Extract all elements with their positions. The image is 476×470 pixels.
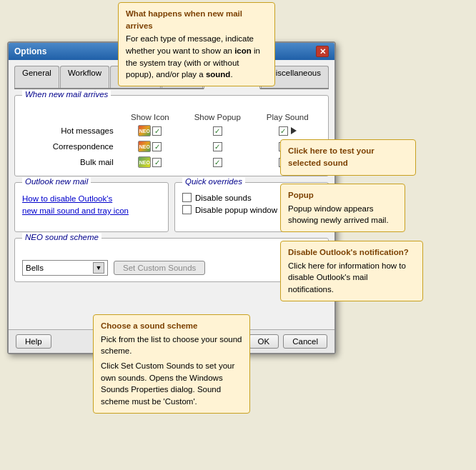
callout-scheme-text1: Pick from the list to choose your sound … (101, 334, 242, 357)
set-custom-sounds-button[interactable]: Set Custom Sounds (114, 261, 205, 275)
bulk-mail-label: Bulk mail (22, 154, 119, 170)
bulk-show-icon-cb[interactable] (152, 158, 162, 167)
callout-popup-text: Popup window appears showing newly arriv… (288, 204, 389, 225)
corr-show-popup-cb[interactable] (213, 142, 222, 151)
callout-disable: Disable Outlook's notification? Click he… (280, 241, 423, 301)
hot-icon-wrapper: NEO (138, 125, 162, 136)
callout-popup: Popup Popup window appears showing newly… (280, 184, 405, 232)
hot-show-popup-cb[interactable] (213, 126, 222, 136)
corr-icon-cell: NEO (119, 139, 181, 154)
hot-play-button[interactable] (291, 127, 297, 134)
outlook-new-mail-section: Outlook new mail How to disable Outlook'… (14, 182, 169, 232)
callout-scheme-title: Choose a sound scheme (101, 320, 242, 332)
callout-disable-text: Click here for information how to disabl… (288, 261, 406, 294)
dropdown-arrow-icon: ▼ (93, 262, 104, 274)
bulk-icon-wrapper: NEO (138, 156, 162, 168)
hot-messages-label: Hot messages (22, 123, 119, 139)
callout-top-text: For each type of message, indicate wheth… (126, 34, 260, 79)
callout-top: What happens when new mail arrives For e… (118, 2, 275, 86)
bulk-neo-icon: NEO (138, 156, 151, 168)
ok-button[interactable]: OK (249, 334, 279, 349)
callout-sound: Click here to test your selected sound (280, 139, 416, 176)
hot-show-icon-cb[interactable] (152, 126, 162, 136)
hot-popup-cell (181, 123, 254, 139)
outlook-disable-link[interactable]: How to disable Outlook'snew mail sound a… (22, 194, 129, 215)
disable-sounds-checkbox[interactable] (182, 193, 192, 202)
tab-workflow[interactable]: Workflow (60, 66, 109, 88)
footer-right-buttons: OK Cancel (249, 334, 327, 349)
dialog-close-button[interactable]: ✕ (316, 46, 329, 57)
col-show-icon: Show Icon (119, 111, 181, 123)
tab-general[interactable]: General (14, 66, 59, 88)
mail-arrives-table: Show Icon Show Popup Play Sound Hot mess… (22, 111, 321, 170)
corr-show-icon-cb[interactable] (152, 142, 162, 151)
hot-sound-wrapper (279, 126, 297, 136)
neo-sound-title: NEO sound scheme (22, 233, 101, 241)
cancel-button[interactable]: Cancel (283, 334, 327, 349)
disable-popup-label: Disable popup window (195, 206, 277, 214)
callout-sound-title: Click here to test your selected sound (288, 145, 408, 169)
sound-scheme-row: Bells ▼ Set Custom Sounds (22, 260, 321, 276)
corr-popup-cell (181, 139, 254, 154)
hot-neo-icon: NEO (138, 125, 151, 136)
bulk-icon-cell: NEO (119, 154, 181, 170)
callout-top-title: What happens when new mail arrives (126, 8, 267, 31)
callout-popup-title: Popup (288, 189, 397, 201)
help-button[interactable]: Help (16, 334, 51, 349)
quick-overrides-title: Quick overrides (182, 177, 245, 186)
hot-sound-cell (254, 123, 321, 139)
hot-icon-cell: NEO (119, 123, 181, 139)
outlook-new-mail-title: Outlook new mail (22, 177, 91, 186)
outlook-col: Outlook new mail How to disable Outlook'… (14, 182, 169, 238)
sound-scheme-dropdown[interactable]: Bells ▼ (22, 260, 108, 276)
callout-scheme: Choose a sound scheme Pick from the list… (93, 314, 250, 414)
when-mail-arrives-title: When new mail arrives (22, 90, 111, 99)
dropdown-value: Bells (26, 264, 44, 272)
corr-neo-icon: NEO (138, 141, 151, 152)
table-row: Bulk mail NEO (22, 154, 321, 170)
hot-play-sound-cb[interactable] (279, 126, 288, 136)
table-row: Hot messages NEO (22, 123, 321, 139)
col-show-popup: Show Popup (181, 111, 254, 123)
correspondence-label: Correspondence (22, 139, 119, 154)
bulk-popup-cell (181, 154, 254, 170)
bulk-show-popup-cb[interactable] (213, 158, 222, 167)
corr-icon-wrapper: NEO (138, 141, 162, 152)
callout-disable-title: Disable Outlook's notification? (288, 246, 415, 259)
col-play-sound: Play Sound (254, 111, 321, 123)
table-row: Correspondence NEO (22, 139, 321, 154)
callout-scheme-text2: Click Set Custom Sounds to set your own … (101, 360, 242, 408)
disable-sounds-label: Disable sounds (195, 194, 252, 202)
disable-popup-checkbox[interactable] (182, 205, 192, 214)
dialog-title: Options (14, 46, 46, 56)
